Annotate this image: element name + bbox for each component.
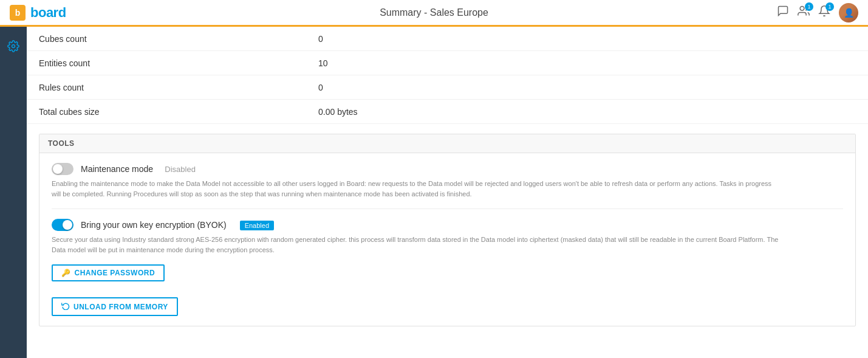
notifications-icon[interactable]: 1	[818, 5, 830, 20]
page-title: Summary - Sales Europe	[380, 7, 488, 18]
tools-section: TOOLS Maintenance mode Disabled Enabling…	[39, 134, 856, 326]
cubes-count-label: Cubes count	[39, 34, 318, 44]
byok-toggle-row: Bring your own key encryption (BYOK) Ena…	[52, 219, 843, 231]
unload-section: UNLOAD FROM MEMORY	[52, 291, 843, 316]
rules-count-value: 0	[318, 83, 323, 92]
byok-toggle-thumb	[63, 220, 72, 230]
unload-from-memory-button[interactable]: UNLOAD FROM MEMORY	[52, 297, 178, 316]
byok-row: Bring your own key encryption (BYOK) Ena…	[52, 219, 843, 281]
entities-count-label: Entities count	[39, 58, 318, 68]
divider	[52, 208, 843, 209]
byok-status-badge: Enabled	[240, 220, 274, 230]
sidebar-settings-icon[interactable]	[1, 34, 26, 61]
total-cubes-size-value: 0.00 bytes	[318, 107, 358, 117]
users-badge: 1	[805, 2, 813, 11]
avatar-image: 👤	[839, 3, 858, 22]
rules-count-label: Rules count	[39, 83, 318, 92]
byok-toggle-track	[52, 219, 73, 231]
entities-count-row: Entities count 10	[27, 51, 868, 75]
message-icon[interactable]	[777, 5, 789, 20]
logo-icon: b	[10, 5, 26, 21]
avatar[interactable]: 👤	[839, 3, 858, 22]
logo-text: board	[30, 5, 66, 21]
total-cubes-size-label: Total cubes size	[39, 107, 318, 117]
main-content: Cubes count 0 Entities count 10 Rules co…	[27, 27, 868, 358]
byok-toggle[interactable]	[52, 219, 73, 231]
change-password-button[interactable]: 🔑 CHANGE PASSWORD	[52, 264, 165, 281]
maintenance-toggle[interactable]	[52, 163, 73, 175]
total-cubes-size-row: Total cubes size 0.00 bytes	[27, 100, 868, 124]
logo: b board	[10, 5, 66, 21]
maintenance-mode-row: Maintenance mode Disabled	[52, 163, 843, 175]
tools-body: Maintenance mode Disabled Enabling the m…	[39, 153, 855, 326]
maintenance-toggle-thumb	[53, 164, 63, 174]
cubes-count-value: 0	[318, 34, 323, 44]
sidebar	[0, 27, 27, 358]
navbar: b board Summary - Sales Europe 1 1	[0, 0, 868, 27]
rules-count-row: Rules count 0	[27, 75, 868, 100]
cubes-count-row: Cubes count 0	[27, 27, 868, 51]
byok-label: Bring your own key encryption (BYOK)	[81, 220, 227, 230]
maintenance-label: Maintenance mode	[81, 164, 153, 174]
unload-icon	[61, 301, 70, 312]
maintenance-status: Disabled	[160, 165, 196, 174]
maintenance-toggle-track	[52, 163, 73, 175]
tools-header: TOOLS	[39, 134, 855, 153]
maintenance-description: Enabling the maintenance mode to make th…	[52, 179, 781, 199]
svg-point-1	[12, 45, 15, 48]
notifications-badge: 1	[825, 2, 834, 11]
navbar-actions: 1 1 👤	[777, 3, 858, 22]
entities-count-value: 10	[318, 58, 328, 68]
byok-description: Secure your data using Industry standard…	[52, 235, 781, 255]
key-icon: 🔑	[61, 269, 71, 277]
svg-point-0	[800, 7, 804, 11]
users-icon[interactable]: 1	[798, 5, 810, 20]
